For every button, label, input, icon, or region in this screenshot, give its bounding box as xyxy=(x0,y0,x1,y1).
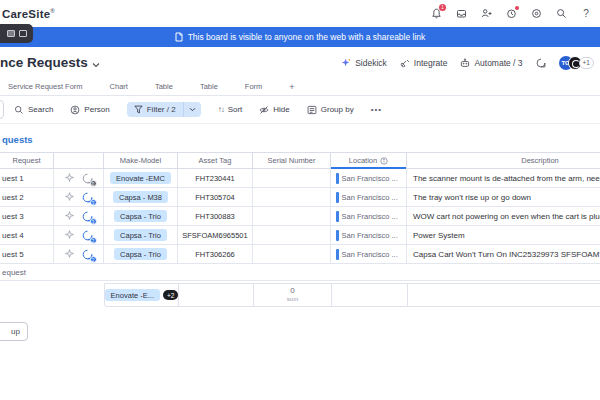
table-row[interactable]: uest 1 0 Enovate -EMC FHT230441 xyxy=(0,169,600,188)
description-cell[interactable]: The scanner mount is de-attached from th… xyxy=(407,169,600,187)
updates-chat-icon[interactable]: 3 xyxy=(82,192,93,203)
table-row[interactable]: uest 3 3 Capsa - Trio FHT300883 xyxy=(0,207,600,226)
open-item-icon[interactable] xyxy=(65,211,74,222)
search-global-icon[interactable] xyxy=(555,8,567,20)
help-icon[interactable]: ? xyxy=(580,8,592,20)
info-icon[interactable] xyxy=(380,157,388,165)
tab-form[interactable]: Form xyxy=(245,82,263,91)
make-model-badge[interactable]: Capsa - Trio xyxy=(114,248,167,260)
add-view-button[interactable]: + xyxy=(289,82,294,92)
caresite-logo[interactable]: CareSite® xyxy=(2,8,55,20)
make-model-summary-cell[interactable]: Enovate -E... +2 xyxy=(105,284,179,306)
table-row[interactable]: uest 5 2 Capsa - Trio FHT306266 xyxy=(0,245,600,264)
make-model-badge[interactable]: Enovate -EMC xyxy=(110,172,171,184)
updates-chat-icon[interactable]: 0 xyxy=(82,173,93,184)
tab-table-2[interactable]: Table xyxy=(200,82,218,91)
request-name-cell[interactable]: uest 5 xyxy=(0,245,54,263)
location-summary-cell[interactable] xyxy=(332,284,408,306)
table-row[interactable]: uest 2 3 Capsa - M38 FHT305704 xyxy=(0,188,600,207)
request-name-cell[interactable]: uest 1 xyxy=(0,169,54,187)
asset-tag-cell[interactable]: FHT300883 xyxy=(178,207,253,225)
asset-tag-cell[interactable]: SFSFOAM6965501 xyxy=(178,226,253,244)
window-capture-icon[interactable] xyxy=(19,30,27,37)
tab-chart[interactable]: Chart xyxy=(110,82,128,91)
asset-tag-cell[interactable]: FHT230441 xyxy=(178,169,253,187)
make-model-cell[interactable]: Capsa - M38 xyxy=(104,188,178,206)
filter-chip[interactable]: Filter / 2 xyxy=(127,102,201,117)
sort-button[interactable]: ↑↓ Sort xyxy=(218,105,243,114)
screen-capture-overlay[interactable] xyxy=(0,24,33,43)
more-options-icon[interactable]: ••• xyxy=(371,105,382,114)
add-new-group-button[interactable]: up xyxy=(0,322,28,341)
avatar-group[interactable]: TG +1 xyxy=(559,56,594,70)
serial-number-cell[interactable] xyxy=(253,169,331,187)
updates-chat-icon[interactable]: 3 xyxy=(82,211,93,222)
column-header-request[interactable]: Request xyxy=(0,153,54,168)
make-model-cell[interactable]: Capsa - Trio xyxy=(104,245,178,263)
serial-number-cell[interactable] xyxy=(253,188,331,206)
make-model-badge[interactable]: Capsa - Trio xyxy=(114,229,167,241)
column-header-location[interactable]: Location xyxy=(331,153,407,168)
inbox-icon[interactable] xyxy=(455,8,467,20)
make-model-badge[interactable]: Capsa - Trio xyxy=(114,210,167,222)
filter-chevron-icon[interactable] xyxy=(183,102,201,117)
make-model-badge[interactable]: Capsa - M38 xyxy=(113,191,168,203)
open-item-icon[interactable] xyxy=(65,192,74,203)
updates-chat-icon[interactable]: 2 xyxy=(82,249,93,260)
description-summary-cell[interactable] xyxy=(408,284,600,306)
location-cell[interactable]: San Francisco ... xyxy=(331,245,407,263)
board-chat-icon[interactable] xyxy=(536,58,546,68)
column-header-asset-tag[interactable]: Asset Tag xyxy=(178,153,253,168)
activity-icon[interactable] xyxy=(505,8,517,20)
notifications-icon[interactable]: 1 xyxy=(430,8,442,20)
make-model-cell[interactable]: Enovate -EMC xyxy=(104,169,178,187)
serial-number-cell[interactable] xyxy=(253,226,331,244)
filter-button[interactable]: Filter / 2 xyxy=(127,102,183,117)
location-cell[interactable]: San Francisco ... xyxy=(331,207,407,225)
group-title[interactable]: quests xyxy=(2,134,33,145)
description-cell[interactable]: WOW cart not powering on even when the c… xyxy=(407,207,600,225)
column-header-description[interactable]: Description xyxy=(407,153,600,168)
request-name-cell[interactable]: uest 4 xyxy=(0,226,54,244)
tab-table-1[interactable]: Table xyxy=(155,82,173,91)
board-title-chevron-icon[interactable] xyxy=(92,54,100,72)
column-header-serial-number[interactable]: Serial Number xyxy=(253,153,331,168)
add-request-row[interactable]: equest xyxy=(0,264,600,281)
column-header-make-model[interactable]: Make-Model xyxy=(104,153,178,168)
hide-button[interactable]: Hide xyxy=(259,105,289,115)
description-cell[interactable]: The tray won't rise up or go down xyxy=(407,188,600,206)
table-row[interactable]: uest 4 2 Capsa - Trio SFSFOAM6965501 xyxy=(0,226,600,245)
integrate-button[interactable]: Integrate xyxy=(400,58,448,68)
search-button[interactable]: Search xyxy=(14,105,53,115)
updates-chat-icon[interactable]: 2 xyxy=(82,230,93,241)
location-cell[interactable]: San Francisco ... xyxy=(331,169,407,187)
tab-service-request-form[interactable]: Service Request Form xyxy=(8,82,83,91)
request-name-cell[interactable]: uest 3 xyxy=(0,207,54,225)
serial-sum-cell[interactable]: 0 sum xyxy=(254,284,332,306)
open-item-icon[interactable] xyxy=(65,230,74,241)
sidekick-button[interactable]: Sidekick xyxy=(341,58,387,68)
asset-tag-summary-cell[interactable] xyxy=(179,284,254,306)
serial-number-cell[interactable] xyxy=(253,207,331,225)
stop-capture-icon[interactable] xyxy=(7,30,15,37)
avatar-overflow-badge[interactable]: +1 xyxy=(579,57,594,69)
open-item-icon[interactable] xyxy=(65,173,74,184)
integrate-label: Integrate xyxy=(414,58,448,68)
request-name-cell[interactable]: uest 2 xyxy=(0,188,54,206)
automate-button[interactable]: Automate / 3 xyxy=(460,58,522,68)
group-by-button[interactable]: Group by xyxy=(307,105,354,115)
description-cell[interactable]: Power System xyxy=(407,226,600,244)
description-cell[interactable]: Capsa Cart Won't Turn On INC25329973 SFS… xyxy=(407,245,600,263)
location-cell[interactable]: San Francisco ... xyxy=(331,226,407,244)
asset-tag-cell[interactable]: FHT306266 xyxy=(178,245,253,263)
make-model-cell[interactable]: Capsa - Trio xyxy=(104,226,178,244)
serial-number-cell[interactable] xyxy=(253,245,331,263)
open-item-icon[interactable] xyxy=(65,249,74,260)
location-cell[interactable]: San Francisco ... xyxy=(331,188,407,206)
invite-members-icon[interactable] xyxy=(480,8,492,20)
person-filter-button[interactable]: Person xyxy=(70,105,109,115)
board-title[interactable]: nce Requests xyxy=(0,55,88,70)
make-model-cell[interactable]: Capsa - Trio xyxy=(104,207,178,225)
apps-icon[interactable] xyxy=(530,8,542,20)
asset-tag-cell[interactable]: FHT305704 xyxy=(178,188,253,206)
